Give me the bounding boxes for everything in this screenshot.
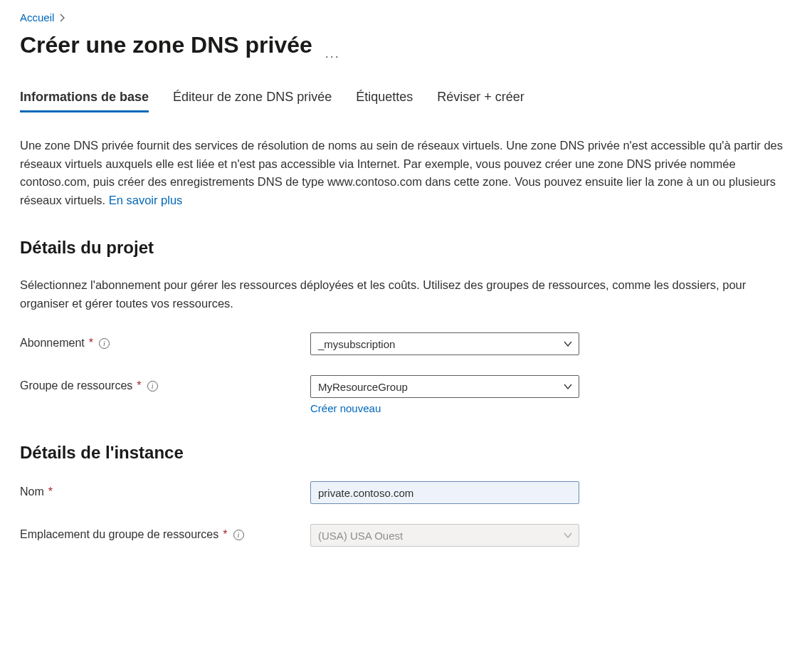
- info-icon[interactable]: i: [147, 381, 158, 392]
- required-indicator: *: [223, 528, 227, 541]
- name-input-value: private.contoso.com: [318, 487, 413, 499]
- location-dropdown: (USA) USA Ouest: [310, 524, 579, 547]
- info-icon[interactable]: i: [233, 530, 244, 540]
- name-label: Nom *: [20, 481, 310, 498]
- tab-tags[interactable]: Étiquettes: [356, 85, 413, 112]
- tab-dns-editor[interactable]: Éditeur de zone DNS privée: [173, 85, 332, 112]
- tab-review-create[interactable]: Réviser + créer: [437, 85, 524, 112]
- learn-more-link[interactable]: En savoir plus: [109, 194, 183, 206]
- subscription-dropdown[interactable]: _mysubscription: [310, 332, 579, 355]
- chevron-right-icon: [58, 14, 67, 22]
- chevron-down-icon: [563, 339, 573, 349]
- breadcrumb: Accueil: [20, 11, 792, 23]
- intro-text: Une zone DNS privée fournit des services…: [20, 137, 789, 209]
- more-actions-button[interactable]: ···: [325, 49, 340, 64]
- name-label-text: Nom: [20, 485, 44, 498]
- page-title: Créer une zone DNS privée: [20, 32, 312, 58]
- info-icon[interactable]: i: [99, 338, 110, 349]
- location-label-text: Emplacement du groupe de ressources: [20, 528, 218, 541]
- subscription-label-text: Abonnement: [20, 337, 85, 350]
- location-value: (USA) USA Ouest: [318, 530, 403, 542]
- field-name: Nom * private.contoso.com: [20, 481, 792, 504]
- create-new-resource-group-link[interactable]: Créer nouveau: [310, 402, 579, 414]
- field-location: Emplacement du groupe de ressources * i …: [20, 524, 792, 547]
- resource-group-value: MyResourceGroup: [318, 381, 408, 393]
- subscription-value: _mysubscription: [318, 338, 395, 350]
- resource-group-label-text: Groupe de ressources: [20, 379, 132, 392]
- chevron-down-icon: [563, 530, 573, 540]
- required-indicator: *: [89, 337, 93, 350]
- breadcrumb-home[interactable]: Accueil: [20, 11, 54, 23]
- required-indicator: *: [137, 379, 141, 392]
- page-title-row: Créer une zone DNS privée ···: [20, 28, 792, 85]
- subscription-label: Abonnement * i: [20, 332, 310, 350]
- field-subscription: Abonnement * i _mysubscription: [20, 332, 792, 355]
- instance-section-heading: Détails de l'instance: [20, 443, 792, 463]
- tab-bar: Informations de base Éditeur de zone DNS…: [20, 85, 792, 112]
- chevron-down-icon: [563, 382, 573, 392]
- field-resource-group: Groupe de ressources * i MyResourceGroup…: [20, 375, 792, 414]
- required-indicator: *: [48, 485, 53, 498]
- name-input[interactable]: private.contoso.com: [310, 481, 579, 504]
- resource-group-label: Groupe de ressources * i: [20, 375, 310, 392]
- resource-group-dropdown[interactable]: MyResourceGroup: [310, 375, 579, 398]
- tab-basics[interactable]: Informations de base: [20, 85, 149, 112]
- location-label: Emplacement du groupe de ressources * i: [20, 524, 310, 541]
- project-section-heading: Détails du projet: [20, 238, 792, 258]
- project-section-desc: Sélectionnez l'abonnement pour gérer les…: [20, 276, 789, 313]
